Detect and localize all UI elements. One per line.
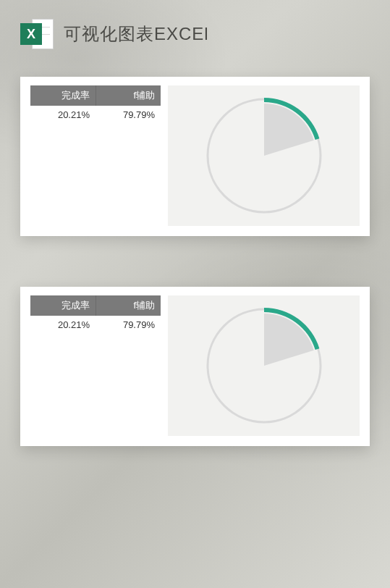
table-row: 20.21% 79.79% bbox=[30, 106, 161, 124]
cell-aux: 79.79% bbox=[96, 316, 161, 334]
cell-aux: 79.79% bbox=[96, 106, 161, 124]
excel-icon-letter: X bbox=[20, 23, 42, 45]
cell-completion: 20.21% bbox=[30, 316, 96, 334]
col-header-aux: f辅助 bbox=[96, 85, 161, 106]
header: X 可视化图表EXCEl bbox=[0, 0, 390, 64]
data-table-2: 完成率 f辅助 20.21% 79.79% bbox=[30, 295, 161, 436]
page-title: 可视化图表EXCEl bbox=[64, 22, 209, 46]
table-row: 20.21% 79.79% bbox=[30, 316, 161, 334]
pie-chart-2 bbox=[168, 295, 360, 436]
pie-chart-1 bbox=[168, 85, 360, 226]
excel-icon: X bbox=[20, 17, 54, 51]
col-header-completion: 完成率 bbox=[30, 85, 96, 106]
col-header-completion: 完成率 bbox=[30, 295, 96, 316]
chart-card-2: 完成率 f辅助 20.21% 79.79% bbox=[20, 287, 370, 446]
data-table-1: 完成率 f辅助 20.21% 79.79% bbox=[30, 85, 161, 226]
cell-completion: 20.21% bbox=[30, 106, 96, 124]
chart-card-1: 完成率 f辅助 20.21% 79.79% bbox=[20, 77, 370, 236]
col-header-aux: f辅助 bbox=[96, 295, 161, 316]
